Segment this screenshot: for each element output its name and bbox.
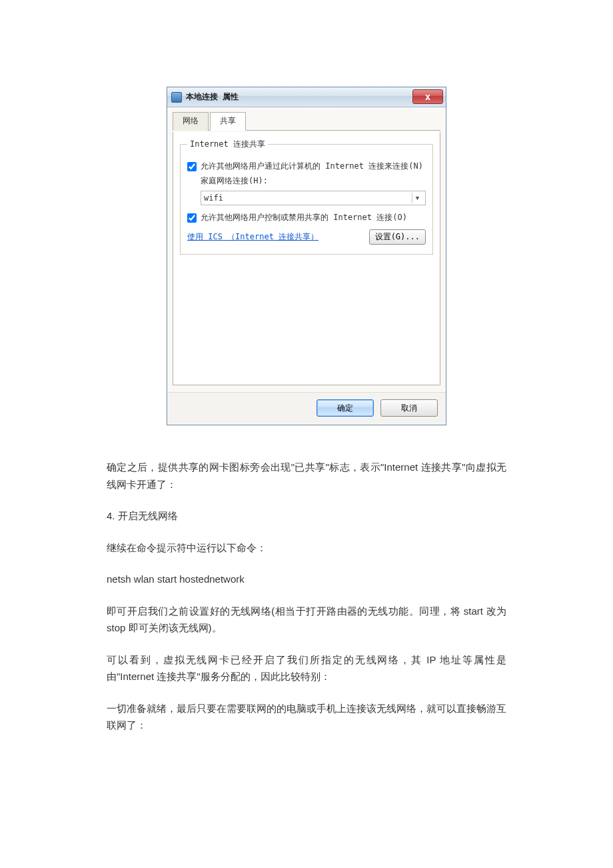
tab-strip: 网络 共享 bbox=[173, 111, 440, 131]
paragraph: 继续在命令提示符中运行以下命令： bbox=[107, 539, 506, 557]
cancel-button[interactable]: 取消 bbox=[380, 399, 438, 417]
allow-control-label: 允许其他网络用户控制或禁用共享的 Internet 连接(O) bbox=[201, 212, 407, 223]
close-icon: x bbox=[425, 91, 430, 102]
tab-panel-share: Internet 连接共享 允许其他网络用户通过此计算机的 Internet 连… bbox=[173, 132, 440, 385]
window-icon bbox=[171, 92, 182, 103]
settings-button[interactable]: 设置(G)... bbox=[369, 229, 426, 245]
dialog-button-row: 确定 取消 bbox=[167, 392, 446, 425]
close-button[interactable]: x bbox=[412, 89, 443, 104]
article-body: 确定之后，提供共享的网卡图标旁会出现"已共享"标志，表示"Internet 连接… bbox=[107, 459, 506, 734]
home-network-label: 家庭网络连接(H): bbox=[187, 175, 426, 187]
paragraph: 确定之后，提供共享的网卡图标旁会出现"已共享"标志，表示"Internet 连接… bbox=[107, 459, 506, 493]
paragraph: 一切准备就绪，最后只要在需要联网的的电脑或手机上连接该无线网络，就可以直接畅游互… bbox=[107, 700, 506, 734]
window-title: 本地连接 属性 bbox=[186, 91, 239, 103]
home-network-combo[interactable]: wifi ▼ bbox=[201, 191, 426, 205]
allow-control-checkbox[interactable] bbox=[187, 213, 197, 223]
allow-share-label: 允许其他网络用户通过此计算机的 Internet 连接来连接(N) bbox=[201, 161, 423, 171]
chevron-down-icon: ▼ bbox=[412, 193, 422, 203]
tab-share[interactable]: 共享 bbox=[210, 112, 246, 131]
paragraph: netsh wlan start hostednetwork bbox=[107, 571, 506, 588]
allow-share-checkbox[interactable] bbox=[187, 162, 197, 171]
client-area: 网络 共享 Internet 连接共享 允许其他网络用户通过此计算机的 Inte… bbox=[167, 107, 446, 392]
ics-help-link[interactable]: 使用 ICS （Internet 连接共享） bbox=[187, 231, 318, 243]
properties-dialog: 本地连接 属性 x 网络 共享 Internet 连接共享 允许其他网络用户通过… bbox=[167, 87, 446, 425]
paragraph: 可以看到，虚拟无线网卡已经开启了我们所指定的无线网络，其 IP 地址等属性是由"… bbox=[107, 651, 506, 685]
tab-network[interactable]: 网络 bbox=[173, 112, 209, 131]
ics-group: Internet 连接共享 允许其他网络用户通过此计算机的 Internet 连… bbox=[180, 139, 433, 255]
ok-button[interactable]: 确定 bbox=[316, 399, 374, 417]
paragraph: 即可开启我们之前设置好的无线网络(相当于打开路由器的无线功能。同理，将 star… bbox=[107, 603, 506, 637]
group-legend: Internet 连接共享 bbox=[187, 139, 268, 150]
paragraph: 4. 开启无线网络 bbox=[107, 507, 506, 525]
titlebar: 本地连接 属性 x bbox=[167, 87, 446, 107]
combo-value: wifi bbox=[204, 193, 223, 203]
